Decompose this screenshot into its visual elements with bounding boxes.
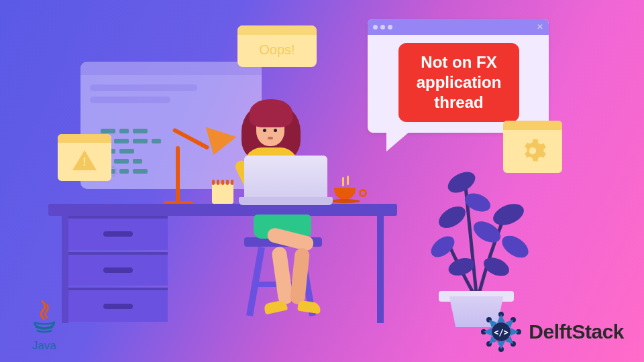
delftstack-label: DelftStack: [529, 320, 624, 343]
svg-point-6: [498, 231, 532, 262]
person-shoe: [264, 300, 288, 315]
window-titlebar: [80, 62, 262, 75]
error-message-box: Not on FX application thread: [398, 43, 519, 122]
error-line: application: [404, 72, 514, 93]
coffee-cup-icon: [334, 188, 360, 203]
svg-point-3: [435, 202, 469, 232]
window-titlebar: [237, 25, 317, 35]
error-speech-bubble: ✕ Not on FX application thread: [368, 19, 549, 133]
window-titlebar: [503, 121, 562, 130]
desk-drawers: [68, 216, 168, 322]
window-dot-icon: [388, 25, 392, 29]
desk-leg: [377, 216, 384, 323]
desk: [48, 204, 397, 216]
svg-text:</>: </>: [494, 328, 508, 337]
close-icon: ✕: [537, 22, 543, 32]
person-shoe: [297, 300, 321, 314]
exclamation-icon: !: [83, 156, 86, 168]
window-dot-icon: [373, 25, 378, 29]
error-line: Not on FX: [404, 52, 514, 72]
plant-illustration: [429, 153, 543, 300]
delftstack-badge-icon: </>: [480, 311, 522, 353]
calendar-icon: [212, 180, 233, 205]
delftstack-logo: </> DelftStack: [480, 311, 624, 353]
oops-label: Oops!: [259, 42, 294, 58]
java-label: Java: [19, 339, 70, 353]
svg-point-5: [490, 200, 527, 229]
window-dot-icon: [380, 25, 385, 29]
window-titlebar: [58, 134, 111, 143]
warning-popup: !: [58, 134, 111, 181]
java-cup-icon: [28, 300, 61, 335]
java-logo: Java: [19, 300, 70, 353]
window-titlebar: ✕: [368, 19, 549, 35]
laptop: [244, 156, 327, 205]
oops-popup: Oops!: [237, 25, 317, 67]
svg-point-1: [444, 168, 478, 197]
error-line: thread: [404, 93, 514, 113]
